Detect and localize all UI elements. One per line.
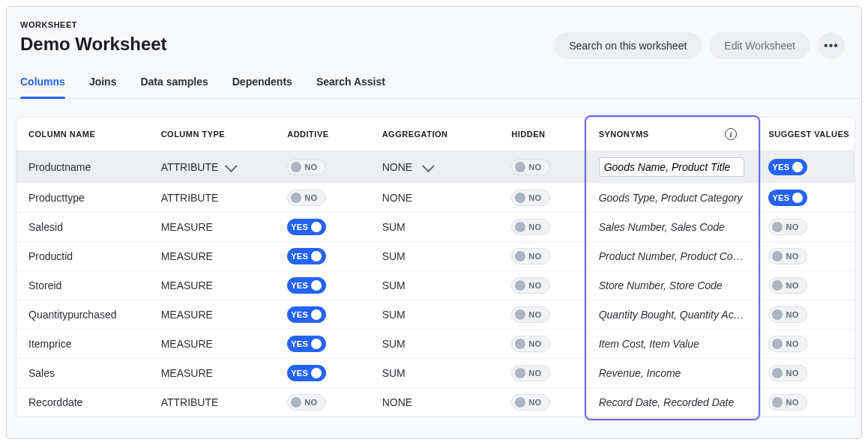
hidden-toggle[interactable]: NO — [511, 336, 550, 352]
cell-synonyms[interactable]: Sales Number, Sales Code — [587, 213, 757, 242]
edit-worksheet-button[interactable]: Edit Worksheet — [709, 32, 810, 59]
cell-synonyms[interactable]: Revenue, Income — [587, 359, 757, 388]
cell-hidden: NO — [499, 242, 586, 271]
cell-additive: YES — [275, 300, 370, 330]
table-row[interactable]: RecorddateATTRIBUTENONONENORecord Date, … — [16, 388, 855, 417]
cell-column-name[interactable]: Quantitypurchased — [16, 300, 149, 330]
synonyms-text: Product Number, Product Co… — [599, 250, 745, 262]
cell-column-type[interactable]: MEASURE — [149, 359, 276, 388]
hidden-toggle[interactable]: NO — [511, 190, 550, 206]
additive-toggle[interactable]: NO — [287, 394, 326, 411]
cell-additive: NO — [275, 151, 370, 184]
more-actions-button[interactable]: ••• — [818, 32, 845, 59]
cell-aggregation[interactable]: SUM — [370, 242, 500, 271]
th-column-type[interactable]: COLUMN TYPE — [149, 118, 276, 151]
cell-column-name[interactable]: Sales — [16, 359, 149, 388]
cell-aggregation[interactable]: SUM — [370, 300, 500, 330]
cell-column-type[interactable]: ATTRIBUTE — [149, 184, 276, 213]
cell-hidden: NO — [499, 213, 586, 242]
cell-column-name[interactable]: Productid — [16, 242, 149, 271]
additive-toggle[interactable]: YES — [287, 336, 326, 352]
additive-toggle[interactable]: YES — [287, 365, 326, 381]
cell-synonyms[interactable]: Product Number, Product Co… — [587, 242, 757, 271]
suggest-values-toggle[interactable]: NO — [768, 277, 807, 294]
chevron-down-icon[interactable] — [422, 160, 435, 172]
cell-aggregation[interactable]: SUM — [370, 213, 500, 242]
suggest-values-toggle[interactable]: NO — [768, 394, 807, 411]
tab-joins[interactable]: Joins — [89, 76, 117, 98]
table-row[interactable]: QuantitypurchasedMEASUREYESSUMNOQuantity… — [16, 300, 855, 330]
cell-aggregation[interactable]: NONE — [370, 184, 500, 213]
additive-toggle[interactable]: NO — [287, 190, 326, 206]
suggest-values-toggle[interactable]: NO — [768, 306, 807, 323]
hidden-toggle[interactable]: NO — [511, 394, 550, 411]
th-aggregation[interactable]: AGGREGATION — [370, 118, 500, 151]
additive-toggle[interactable]: YES — [287, 219, 326, 235]
cell-column-name[interactable]: Salesid — [16, 213, 149, 242]
suggest-values-toggle[interactable]: NO — [768, 248, 807, 264]
table-row[interactable]: SalesMEASUREYESSUMNORevenue, IncomeNO — [16, 359, 855, 388]
th-column-name[interactable]: COLUMN NAME — [16, 118, 149, 151]
cell-column-name[interactable]: Productname — [16, 151, 149, 184]
additive-toggle[interactable]: YES — [287, 306, 326, 323]
suggest-values-toggle[interactable]: YES — [768, 159, 807, 175]
synonyms-text: Item Cost, Item Value — [599, 338, 745, 350]
cell-synonyms[interactable]: Record Date, Recorded Date — [587, 388, 757, 417]
suggest-values-toggle[interactable]: NO — [768, 219, 807, 235]
cell-synonyms[interactable]: Item Cost, Item Value — [587, 330, 757, 359]
additive-toggle[interactable]: NO — [287, 159, 326, 175]
hidden-toggle[interactable]: NO — [511, 219, 550, 235]
cell-additive: NO — [275, 388, 370, 417]
cell-column-name[interactable]: Itemprice — [16, 330, 149, 359]
chevron-down-icon[interactable] — [225, 160, 238, 172]
worksheet-container: WORKSHEET Demo Worksheet Search on this … — [6, 6, 862, 439]
toggle-knob — [772, 280, 783, 291]
table-row[interactable]: ProductnameATTRIBUTENONONENOYES — [16, 151, 855, 184]
hidden-toggle[interactable]: NO — [511, 365, 550, 381]
table-row[interactable]: ProducttypeATTRIBUTENONONENOGoods Type, … — [16, 184, 855, 213]
cell-aggregation[interactable]: NONE — [370, 151, 500, 184]
suggest-values-toggle[interactable]: YES — [768, 190, 807, 206]
hidden-toggle[interactable]: NO — [511, 248, 550, 264]
cell-column-type[interactable]: MEASURE — [149, 242, 276, 271]
th-additive[interactable]: ADDITIVE — [275, 118, 370, 151]
cell-aggregation[interactable]: SUM — [370, 359, 500, 388]
tab-columns[interactable]: Columns — [20, 76, 65, 98]
th-synonyms[interactable]: SYNONYMS i — [587, 118, 757, 151]
cell-column-name[interactable]: Storeid — [16, 271, 149, 300]
additive-toggle[interactable]: YES — [287, 277, 326, 294]
hidden-toggle[interactable]: NO — [511, 277, 550, 294]
th-hidden[interactable]: HIDDEN — [499, 118, 586, 151]
cell-column-name[interactable]: Producttype — [16, 184, 149, 213]
info-icon[interactable]: i — [725, 128, 737, 140]
cell-column-type[interactable]: MEASURE — [149, 300, 276, 330]
tab-data-samples[interactable]: Data samples — [140, 76, 208, 98]
search-worksheet-button[interactable]: Search on this worksheet — [554, 32, 702, 59]
additive-toggle[interactable]: YES — [287, 248, 326, 264]
hidden-toggle[interactable]: NO — [511, 159, 550, 175]
cell-column-type[interactable]: ATTRIBUTE — [149, 151, 276, 184]
cell-aggregation[interactable]: NONE — [370, 388, 500, 417]
suggest-values-toggle[interactable]: NO — [768, 336, 807, 352]
cell-aggregation[interactable]: SUM — [370, 271, 500, 300]
cell-column-type[interactable]: MEASURE — [149, 271, 276, 300]
tab-dependents[interactable]: Dependents — [232, 76, 292, 98]
cell-column-type[interactable]: MEASURE — [149, 330, 276, 359]
table-row[interactable]: ItempriceMEASUREYESSUMNOItem Cost, Item … — [16, 330, 855, 359]
table-row[interactable]: StoreidMEASUREYESSUMNOStore Number, Stor… — [16, 271, 855, 300]
cell-column-name[interactable]: Recorddate — [16, 388, 149, 417]
cell-synonyms[interactable]: Quantity Bought, Quantity Ac… — [587, 300, 757, 330]
table-row[interactable]: SalesidMEASUREYESSUMNOSales Number, Sale… — [16, 213, 855, 242]
tab-search-assist[interactable]: Search Assist — [316, 76, 385, 98]
suggest-values-toggle[interactable]: NO — [768, 365, 807, 381]
cell-column-type[interactable]: ATTRIBUTE — [149, 388, 276, 417]
cell-synonyms[interactable]: Store Number, Store Code — [587, 271, 757, 300]
cell-aggregation[interactable]: SUM — [370, 330, 500, 359]
cell-synonyms[interactable]: Goods Type, Product Category — [587, 184, 757, 213]
cell-column-type[interactable]: MEASURE — [149, 213, 276, 242]
hidden-toggle[interactable]: NO — [511, 306, 550, 323]
synonyms-input[interactable] — [599, 157, 745, 177]
cell-synonyms[interactable] — [587, 151, 757, 184]
th-suggest-values[interactable]: SUGGEST VALUES — [756, 118, 855, 151]
table-row[interactable]: ProductidMEASUREYESSUMNOProduct Number, … — [16, 242, 855, 271]
